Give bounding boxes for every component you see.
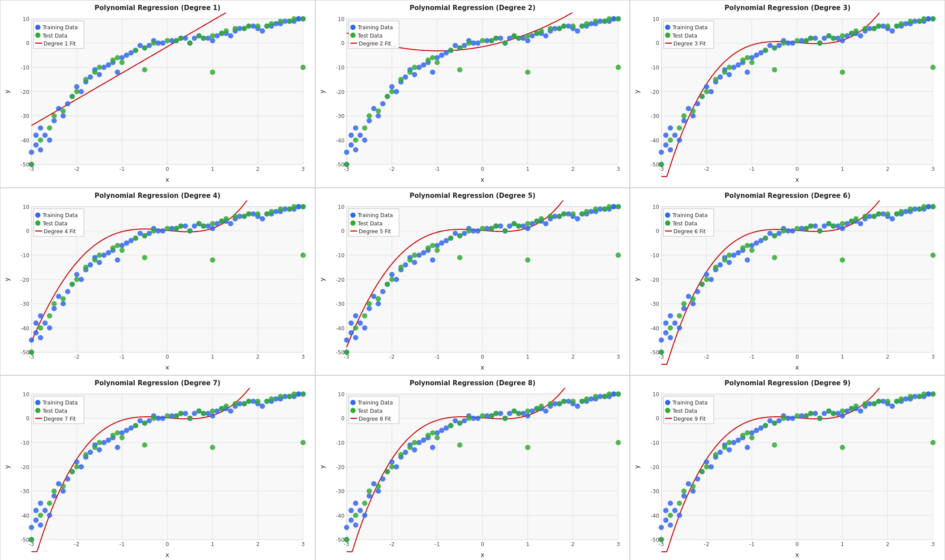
svg-point-776 (912, 206, 917, 211)
svg-point-1056 (598, 394, 603, 399)
svg-point-487 (56, 294, 61, 299)
svg-point-816 (876, 211, 881, 216)
svg-point-1153 (672, 508, 677, 513)
svg-text:2: 2 (256, 166, 260, 172)
svg-point-831 (840, 257, 845, 263)
svg-text:2: 2 (256, 541, 260, 547)
svg-point-521 (142, 233, 147, 238)
svg-point-380 (749, 60, 754, 65)
svg-text:-1: -1 (749, 166, 754, 172)
svg-point-1196 (912, 394, 917, 399)
svg-text:y: y (319, 90, 326, 93)
svg-point-1210 (668, 522, 673, 528)
svg-text:10: 10 (23, 16, 29, 22)
svg-point-1094 (516, 411, 521, 416)
svg-point-314 (681, 118, 687, 123)
svg-point-792 (777, 231, 782, 236)
svg-point-952 (133, 423, 138, 429)
svg-point-685 (511, 221, 517, 226)
svg-point-813 (808, 223, 813, 228)
svg-point-795 (659, 349, 664, 355)
svg-point-654 (611, 204, 616, 209)
svg-point-1100 (385, 469, 390, 474)
plot-cell-degree-6: Polynomial Regression (Degree 6)-3-2-101… (630, 188, 945, 376)
svg-point-258 (606, 16, 611, 21)
svg-point-805 (862, 214, 868, 219)
svg-point-669 (375, 296, 381, 301)
svg-point-619 (566, 211, 571, 216)
svg-point-1250 (772, 442, 777, 448)
svg-point-918 (65, 477, 70, 482)
svg-point-659 (412, 252, 417, 258)
svg-point-972 (300, 440, 306, 445)
svg-point-598 (394, 277, 399, 282)
svg-point-526 (255, 211, 261, 216)
svg-text:Training Data: Training Data (672, 400, 708, 406)
svg-text:Training Data: Training Data (42, 24, 78, 31)
svg-point-124 (174, 38, 179, 43)
svg-point-1187 (686, 481, 691, 487)
svg-point-363 (822, 35, 827, 41)
svg-text:-40: -40 (651, 513, 660, 519)
svg-point-528 (300, 204, 306, 209)
svg-point-125 (196, 33, 202, 38)
svg-point-529 (60, 296, 66, 301)
svg-point-1015 (375, 489, 381, 494)
svg-point-120 (69, 94, 75, 99)
svg-point-210 (452, 43, 458, 48)
svg-text:0: 0 (166, 166, 169, 172)
svg-point-32 (33, 142, 38, 148)
svg-point-98 (74, 89, 80, 94)
svg-point-884 (124, 428, 129, 433)
svg-text:3: 3 (931, 541, 935, 547)
svg-text:-10: -10 (651, 440, 660, 446)
svg-point-966 (219, 406, 224, 411)
svg-point-820 (699, 281, 705, 287)
svg-point-1160 (727, 447, 732, 453)
svg-point-781 (785, 228, 791, 233)
svg-point-657 (366, 301, 372, 306)
svg-point-955 (223, 404, 229, 409)
svg-text:0: 0 (481, 166, 484, 172)
svg-point-136 (35, 33, 40, 38)
plot-area-degree-8: -3-2-10123100-10-20-30-40-50xyTraining D… (319, 388, 626, 559)
svg-text:x: x (480, 364, 484, 371)
svg-point-941 (142, 421, 147, 426)
svg-point-788 (659, 337, 664, 342)
svg-point-245 (548, 26, 553, 31)
svg-point-524 (210, 221, 215, 226)
svg-point-1066 (588, 397, 594, 402)
svg-point-1116 (350, 408, 355, 413)
svg-point-1049 (421, 438, 426, 443)
svg-point-1093 (493, 411, 498, 416)
svg-point-942 (165, 413, 170, 418)
svg-point-112 (133, 48, 138, 53)
svg-point-688 (579, 211, 584, 216)
svg-point-545 (196, 221, 202, 226)
svg-text:3: 3 (931, 353, 935, 360)
svg-text:3: 3 (616, 353, 620, 360)
svg-point-1095 (539, 404, 544, 409)
svg-point-128 (264, 24, 270, 29)
svg-point-916 (282, 394, 288, 399)
svg-point-1024 (439, 428, 444, 433)
svg-text:0: 0 (26, 40, 29, 46)
svg-text:-10: -10 (651, 252, 660, 259)
svg-point-265 (511, 33, 517, 38)
svg-point-1169 (799, 413, 804, 418)
svg-point-396 (876, 24, 881, 29)
svg-point-771 (813, 223, 818, 228)
svg-point-744 (754, 240, 759, 245)
svg-point-386 (885, 24, 890, 29)
svg-point-207 (371, 106, 376, 111)
svg-point-333 (835, 35, 841, 41)
svg-point-1211 (758, 425, 764, 431)
svg-point-378 (704, 89, 709, 94)
svg-point-778 (695, 289, 700, 294)
svg-point-600 (412, 259, 417, 265)
svg-point-1019 (403, 450, 408, 455)
svg-point-965 (196, 408, 202, 414)
svg-point-211 (498, 35, 503, 41)
svg-point-739 (718, 262, 723, 267)
svg-point-802 (795, 226, 800, 231)
